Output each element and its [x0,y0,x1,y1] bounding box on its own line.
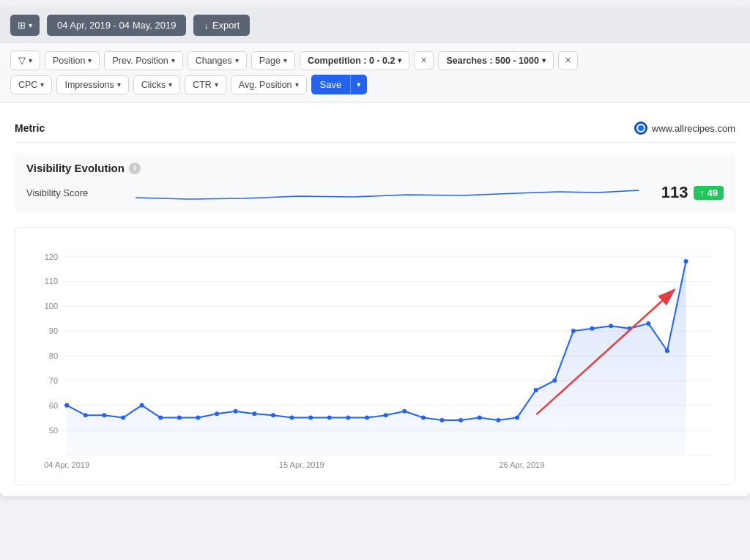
changes-filter-button[interactable]: Changes ▾ [188,51,247,70]
position-chevron-icon: ▾ [88,56,92,64]
svg-point-40 [421,416,426,420]
svg-text:60: 60 [49,401,58,410]
page-label: Page [259,56,281,66]
page-chevron-icon: ▾ [283,56,287,64]
clicks-filter-button[interactable]: Clicks ▾ [133,75,180,94]
svg-text:04 Apr, 2019: 04 Apr, 2019 [44,460,89,469]
grid-view-button[interactable]: ⊞ ▾ [10,15,40,36]
svg-point-30 [234,409,238,414]
avg-position-label: Avg. Position [239,80,292,90]
searches-chevron-icon: ▾ [542,56,546,64]
svg-text:26 Apr, 2019: 26 Apr, 2019 [499,460,544,469]
visibility-score-badge: ↑ 49 [694,186,724,200]
searches-remove-button[interactable]: ✕ [558,51,578,70]
prev-position-chevron-icon: ▾ [171,56,175,64]
impressions-label: Impressions [64,80,114,90]
prev-position-label: Prev. Position [112,56,168,66]
svg-point-31 [252,411,256,416]
visibility-score-right: 113 ↑ 49 [661,183,724,202]
chart-wrap: 120 110 100 90 80 70 60 50 04 Apr, 2019 … [23,242,727,477]
svg-point-45 [515,416,519,420]
info-icon[interactable]: i [129,163,141,174]
export-icon: ↓ [204,20,209,31]
cpc-filter-button[interactable]: CPC ▾ [10,75,52,94]
svg-text:100: 100 [45,302,58,310]
date-range-button[interactable]: 04 Apr, 2019 - 04 May, 2019 [47,15,186,36]
cpc-chevron-icon: ▾ [40,81,44,89]
site-url: www.allrecipes.com [652,123,735,134]
svg-point-34 [308,416,313,420]
grid-icon: ⊞ [18,20,26,31]
svg-point-43 [478,416,482,420]
svg-point-47 [552,378,557,383]
competition-remove-button[interactable]: ✕ [414,51,434,70]
avg-position-filter-button[interactable]: Avg. Position ▾ [231,75,307,94]
competition-chevron-icon: ▾ [398,56,401,64]
impressions-chevron-icon: ▾ [117,81,121,89]
svg-point-49 [590,326,595,331]
svg-point-48 [571,329,576,333]
clicks-chevron-icon: ▾ [168,81,172,89]
save-label: Save [320,79,342,90]
funnel-icon: ▽ [18,55,26,66]
svg-text:15 Apr, 2019: 15 Apr, 2019 [279,460,324,469]
cpc-label: CPC [18,80,37,90]
searches-filter-button[interactable]: Searches : 500 - 1000 ▾ [438,51,553,70]
badge-value: ↑ 49 [699,187,718,198]
save-button[interactable]: Save [311,75,351,94]
filter-row-2: CPC ▾ Impressions ▾ Clicks ▾ CTR ▾ Avg. … [10,75,740,94]
metric-label: Metric [15,122,45,134]
visibility-section: Visibility Evolution i Visibility Score … [15,153,735,212]
sparkline-chart [108,182,653,204]
save-dropdown-button[interactable]: ▾ [350,75,367,94]
metric-header: Metric www.allrecipes.com [15,114,735,143]
competition-filter-button[interactable]: Competition : 0 - 0.2 ▾ [300,51,409,70]
site-globe-icon [634,122,647,135]
svg-text:50: 50 [49,426,58,435]
impressions-filter-button[interactable]: Impressions ▾ [56,75,128,94]
svg-point-41 [440,418,445,422]
svg-point-39 [402,409,406,414]
svg-point-38 [384,413,388,417]
site-info: www.allrecipes.com [634,122,735,135]
svg-point-44 [496,418,500,422]
filter-funnel-button[interactable]: ▽ ▾ [10,51,40,70]
page-filter-button[interactable]: Page ▾ [251,51,295,70]
grid-chevron-icon: ▾ [29,21,32,29]
visibility-score-value: 113 [661,183,688,202]
svg-text:80: 80 [49,351,58,360]
visibility-score-label: Visibility Score [26,187,100,198]
visibility-score-row: Visibility Score 113 ↑ 49 [26,182,724,204]
svg-point-53 [665,348,669,353]
date-range-label: 04 Apr, 2019 - 04 May, 2019 [57,20,176,31]
main-chart: 120 110 100 90 80 70 60 50 04 Apr, 2019 … [23,242,727,477]
svg-point-26 [158,416,163,420]
filter-toolbar: ▽ ▾ Position ▾ Prev. Position ▾ Changes … [0,43,750,102]
visibility-title: Visibility Evolution i [26,162,724,174]
export-button[interactable]: ↓ Export [193,15,250,36]
main-content: Metric www.allrecipes.com Visibility Evo… [0,102,750,496]
position-filter-button[interactable]: Position ▾ [45,51,100,70]
clicks-label: Clicks [141,80,166,90]
prev-position-filter-button[interactable]: Prev. Position ▾ [104,51,182,70]
svg-text:70: 70 [49,376,58,385]
searches-label: Searches : 500 - 1000 [446,56,538,66]
competition-x-icon: ✕ [420,56,427,64]
ctr-filter-button[interactable]: CTR ▾ [185,75,226,94]
avg-position-chevron-icon: ▾ [295,81,299,89]
svg-point-36 [346,416,350,420]
visibility-title-text: Visibility Evolution [26,162,125,174]
save-dropdown-icon: ▾ [357,80,361,89]
svg-text:110: 110 [45,277,58,285]
export-label: Export [212,20,240,31]
competition-label: Competition : 0 - 0.2 [308,56,395,66]
svg-point-29 [215,411,219,416]
searches-x-icon: ✕ [565,56,571,64]
save-group: Save ▾ [311,75,368,94]
svg-text:120: 120 [45,253,58,261]
changes-label: Changes [196,56,232,66]
svg-point-46 [534,388,538,392]
svg-point-22 [83,413,88,417]
svg-point-32 [271,413,275,417]
svg-point-27 [177,416,182,420]
